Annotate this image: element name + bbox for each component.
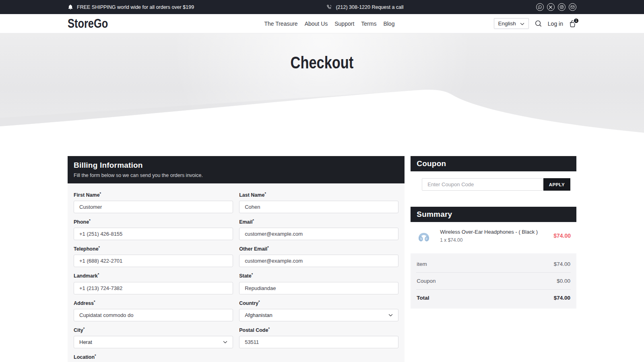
apply-coupon-button[interactable]: APPLY — [543, 178, 570, 191]
other-email-input[interactable] — [239, 255, 398, 267]
cart-button[interactable]: 1 — [569, 20, 576, 28]
order-totals: item $74.00 Coupon $0.00 Total $74.00 — [411, 253, 576, 309]
field-phone: Phone* — [74, 218, 233, 240]
field-postal-code: Postal Code* — [239, 327, 398, 348]
checkout-content: Billing Information Fill the form below … — [0, 156, 644, 362]
product-qty-line: 1 x $74.00 — [440, 237, 549, 243]
coupon-code-input[interactable] — [422, 178, 543, 191]
nav-item-about-us[interactable]: About Us — [305, 21, 328, 27]
cart-item-row: Wireless Over-Ear Headphones - ( Black )… — [411, 222, 576, 248]
search-icon[interactable] — [535, 20, 542, 27]
field-first-name: First Name* — [74, 191, 233, 213]
city-select[interactable]: Herat — [74, 336, 233, 348]
billing-title: Billing Information — [74, 161, 398, 170]
x-icon[interactable] — [547, 3, 555, 11]
logo[interactable]: StoreGo — [68, 16, 108, 31]
state-input[interactable] — [239, 282, 398, 294]
chevron-down-icon — [520, 21, 524, 27]
field-location: Location* Select Location — [74, 354, 233, 362]
field-country: Country* Afghanistan — [239, 300, 398, 321]
last-name-input[interactable] — [239, 201, 398, 213]
nav-item-the-treasure[interactable]: The Treasure — [264, 21, 297, 27]
field-email: Email* — [239, 218, 398, 240]
shipping-text: FREE SHIPPING world wide for all orders … — [77, 4, 194, 10]
coupon-title: Coupon — [417, 159, 570, 168]
nav-item-blog[interactable]: Blog — [383, 21, 394, 27]
summary-header: Summary — [411, 207, 576, 222]
main-nav: The Treasure About Us Support Terms Blog — [216, 21, 394, 27]
top-bar: FREE SHIPPING world wide for all orders … — [0, 0, 644, 14]
social-links — [536, 3, 576, 11]
page-title: Checkout — [0, 33, 644, 72]
whatsapp-icon[interactable] — [536, 3, 544, 11]
nav-item-terms[interactable]: Terms — [361, 21, 376, 27]
field-last-name: Last Name* — [239, 191, 398, 213]
field-city: City* Herat — [74, 327, 233, 348]
site-header: StoreGo The Treasure About Us Support Te… — [0, 14, 644, 33]
checkout-page: FREE SHIPPING world wide for all orders … — [0, 0, 644, 362]
chevron-down-icon — [223, 341, 227, 343]
email-input[interactable] — [239, 228, 398, 240]
product-price: $74.00 — [553, 232, 571, 239]
coupon-header: Coupon — [411, 156, 576, 171]
billing-panel: Billing Information Fill the form below … — [68, 156, 405, 362]
field-telephone: Telephone* — [74, 245, 233, 267]
totals-row-coupon: Coupon $0.00 — [416, 273, 571, 290]
email-icon[interactable] — [569, 3, 576, 11]
request-call[interactable]: (212) 308-1220 Request a call — [326, 4, 403, 10]
instagram-icon[interactable] — [558, 3, 566, 11]
product-name: Wireless Over-Ear Headphones - ( Black ) — [440, 229, 549, 235]
language-selector[interactable]: English — [494, 18, 529, 29]
header-controls: English Log in 1 — [494, 18, 576, 29]
phone-input[interactable] — [74, 228, 233, 240]
phone-text: (212) 308-1220 Request a call — [336, 4, 403, 10]
chevron-down-icon — [388, 314, 393, 317]
country-select[interactable]: Afghanistan — [239, 309, 398, 321]
billing-subtitle: Fill the form below so we can send you t… — [74, 173, 398, 178]
address-input[interactable] — [74, 309, 233, 321]
summary-title: Summary — [417, 210, 570, 219]
bell-icon — [68, 4, 73, 10]
language-label: English — [498, 21, 516, 27]
product-thumbnail-headphones — [416, 228, 431, 243]
postal-code-input[interactable] — [239, 336, 398, 348]
order-sidebar: Coupon APPLY Summary — [411, 156, 576, 309]
field-other-email: Other Email* — [239, 245, 398, 267]
phone-icon — [326, 4, 332, 10]
field-state: State* — [239, 272, 398, 294]
billing-form: First Name* Last Name* Phone* Email* — [68, 183, 405, 362]
field-address: Address* — [74, 300, 233, 321]
totals-row-item: item $74.00 — [416, 256, 571, 273]
totals-row-total: Total $74.00 — [416, 290, 571, 306]
billing-header: Billing Information Fill the form below … — [68, 156, 405, 183]
coupon-form: APPLY — [411, 171, 576, 200]
first-name-input[interactable] — [74, 201, 233, 213]
nav-item-support[interactable]: Support — [334, 21, 354, 27]
telephone-input[interactable] — [74, 255, 233, 267]
landmark-input[interactable] — [74, 282, 233, 294]
cart-count-badge: 1 — [573, 18, 579, 24]
coupon-panel: Coupon APPLY — [411, 156, 576, 200]
field-landmark: Landmark* — [74, 272, 233, 294]
page-hero: Checkout — [0, 33, 644, 133]
login-link[interactable]: Log in — [548, 21, 563, 27]
summary-panel: Summary Wireless Over-Ear Headphones - (… — [411, 207, 576, 309]
shipping-notice: FREE SHIPPING world wide for all orders … — [68, 4, 194, 10]
